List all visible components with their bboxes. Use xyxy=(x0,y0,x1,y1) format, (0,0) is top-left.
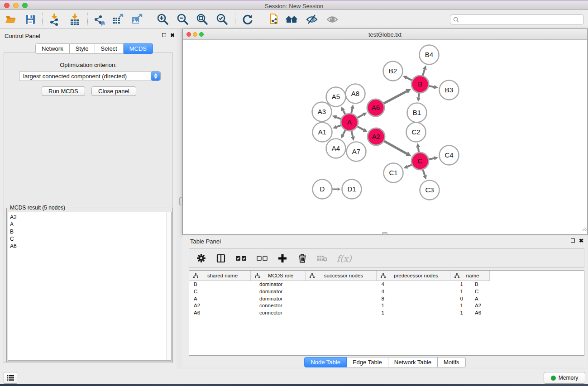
cell-successor_nodes[interactable]: 1 xyxy=(314,302,390,310)
graph-node-D1[interactable]: D1 xyxy=(342,180,362,199)
cell-shared_name[interactable]: A xyxy=(189,295,255,303)
cell-shared_name[interactable]: C xyxy=(189,288,255,295)
hide-panels-icon[interactable] xyxy=(306,13,318,26)
memory-button[interactable]: Memory xyxy=(544,372,585,384)
cell-successor_nodes[interactable]: 4 xyxy=(314,288,390,295)
horizontal-splitter-handle[interactable] xyxy=(382,232,387,235)
column-header-MCDS-role[interactable]: MCDS role xyxy=(251,271,306,281)
mcds-result-scrollbar[interactable] xyxy=(166,212,171,360)
cell-predecessor_nodes[interactable]: 1 xyxy=(390,310,468,317)
table-row[interactable]: A6connector11A6 xyxy=(189,310,584,317)
vertical-splitter-handle[interactable] xyxy=(179,197,182,205)
graph-node-C2[interactable]: C2 xyxy=(406,123,426,142)
select-all-columns-icon[interactable] xyxy=(235,253,247,264)
float-table-panel-icon[interactable] xyxy=(571,238,575,243)
export-table-icon[interactable] xyxy=(111,13,124,26)
tab-node-table[interactable]: Node Table xyxy=(304,357,347,367)
zoom-out-icon[interactable] xyxy=(177,13,189,26)
cell-name[interactable]: B xyxy=(468,281,514,288)
graph-node-B2[interactable]: B2 xyxy=(383,62,403,81)
cell-predecessor_nodes[interactable]: 1 xyxy=(390,288,468,295)
table-row[interactable]: Cdominator41C xyxy=(189,288,584,295)
mcds-result-item[interactable]: A2 xyxy=(10,214,171,221)
graph-edge-A-A6[interactable] xyxy=(356,113,367,119)
graph-node-A7[interactable]: A7 xyxy=(347,142,366,162)
task-history-button[interactable] xyxy=(4,372,17,384)
cell-mcds_role[interactable]: dominator xyxy=(255,281,314,288)
cell-successor_nodes[interactable]: 4 xyxy=(314,281,390,288)
graph-node-C3[interactable]: C3 xyxy=(420,181,440,200)
add-column-icon[interactable] xyxy=(277,253,288,264)
graph-edge-A-A2[interactable] xyxy=(356,126,368,132)
graph-node-A8[interactable]: A8 xyxy=(346,84,365,104)
graph-node-A4[interactable]: A4 xyxy=(326,139,346,158)
column-header-name[interactable]: name xyxy=(450,271,490,281)
cell-name[interactable]: C xyxy=(468,288,514,295)
graph-node-C4[interactable]: C4 xyxy=(440,146,459,165)
table-settings-icon[interactable] xyxy=(196,253,206,264)
unselect-all-columns-icon[interactable] xyxy=(256,253,268,264)
close-panel-button[interactable]: Close panel xyxy=(91,86,136,96)
window-resize-grip[interactable] xyxy=(581,225,587,231)
column-header-shared-name[interactable]: shared name xyxy=(189,271,251,281)
column-header-predecessor-nodes[interactable]: predecessor nodes xyxy=(377,271,450,281)
mcds-result-item[interactable]: C xyxy=(10,235,171,243)
run-mcds-button[interactable]: Run MCDS xyxy=(42,86,85,96)
cell-name[interactable]: A6 xyxy=(468,310,514,317)
close-table-panel-icon[interactable]: ✖ xyxy=(579,238,583,243)
home-view-icon[interactable] xyxy=(285,13,298,26)
cell-name[interactable]: A2 xyxy=(468,302,514,310)
tab-mcds[interactable]: MCDS xyxy=(124,43,153,54)
graph-node-A2[interactable]: A2 xyxy=(368,128,385,145)
graph-node-A6[interactable]: A6 xyxy=(367,99,384,116)
delete-column-icon[interactable] xyxy=(297,253,308,264)
graph-edge-A-A4[interactable] xyxy=(341,129,346,138)
cell-shared_name[interactable]: A2 xyxy=(189,302,255,310)
cell-successor_nodes[interactable]: 1 xyxy=(314,310,390,317)
graph-node-B[interactable]: B xyxy=(411,76,429,93)
table-row[interactable]: Bdominator41B xyxy=(189,281,584,288)
graph-node-B1[interactable]: B1 xyxy=(407,103,427,123)
export-image-icon[interactable] xyxy=(130,13,143,26)
graph-edge-A-A7[interactable] xyxy=(351,130,355,141)
graph-node-D[interactable]: D xyxy=(313,180,332,199)
graph-edge-A6-B[interactable] xyxy=(382,89,411,104)
delete-table-icon[interactable] xyxy=(317,253,328,264)
float-panel-icon[interactable] xyxy=(162,33,166,37)
cell-shared_name[interactable]: B xyxy=(189,281,255,288)
graph-node-C1[interactable]: C1 xyxy=(384,163,403,183)
graph-edge-B-B4[interactable] xyxy=(422,65,426,76)
graph-edge-B-B2[interactable] xyxy=(403,76,413,81)
cell-shared_name[interactable]: A6 xyxy=(189,310,255,317)
mcds-result-item[interactable]: B xyxy=(10,228,171,235)
mcds-result-item[interactable]: A xyxy=(10,221,171,228)
export-network-icon[interactable] xyxy=(93,13,105,26)
show-columns-icon[interactable] xyxy=(215,253,226,264)
tab-edge-table[interactable]: Edge Table xyxy=(347,357,388,367)
tab-style[interactable]: Style xyxy=(70,43,95,54)
column-header-successor-nodes[interactable]: successor nodes xyxy=(306,271,377,281)
graph-edge-C-C3[interactable] xyxy=(422,168,427,180)
mcds-result-item[interactable]: A6 xyxy=(10,243,171,250)
tab-motifs[interactable]: Motifs xyxy=(438,357,466,367)
zoom-fit-icon[interactable] xyxy=(196,13,209,26)
refresh-icon[interactable] xyxy=(241,13,254,26)
cell-predecessor_nodes[interactable]: 1 xyxy=(390,302,468,310)
tab-select[interactable]: Select xyxy=(95,43,124,54)
graph-edge-A-A3[interactable] xyxy=(332,115,342,119)
open-file-icon[interactable] xyxy=(5,13,17,26)
close-panel-icon[interactable]: ✖ xyxy=(170,33,175,38)
table-row[interactable]: Adominator80A xyxy=(189,295,584,303)
save-session-icon[interactable] xyxy=(24,13,37,26)
network-canvas[interactable]: AA1A2A3A4A5A6A7A8BB1B2B3B4CC1C2C3C4DD1 xyxy=(183,40,587,234)
cell-mcds_role[interactable]: dominator xyxy=(255,295,314,303)
graph-node-A5[interactable]: A5 xyxy=(326,87,346,107)
graph-node-A3[interactable]: A3 xyxy=(312,102,332,122)
zoom-in-icon[interactable] xyxy=(157,13,169,26)
open-session-file-icon[interactable] xyxy=(268,13,281,26)
graph-edge-A2-C[interactable] xyxy=(383,140,411,156)
cell-predecessor_nodes[interactable]: 1 xyxy=(390,281,468,288)
function-builder-icon[interactable]: f(x) xyxy=(337,253,352,263)
graph-node-B4[interactable]: B4 xyxy=(420,45,439,65)
graph-node-A[interactable]: A xyxy=(341,114,358,131)
